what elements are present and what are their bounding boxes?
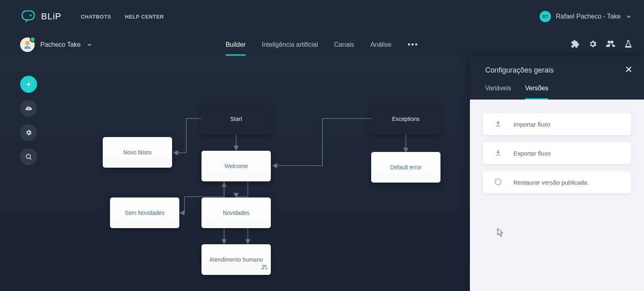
chevron-down-icon — [86, 42, 93, 48]
toolbar-right — [571, 39, 633, 50]
user-menu[interactable]: RT Rafael Pacheco - Take — [540, 11, 632, 22]
restore-version-button[interactable]: Restaurar versão publicada — [483, 171, 631, 193]
users-icon[interactable] — [606, 39, 615, 50]
node-label: Novidades — [223, 210, 249, 216]
tab-variables[interactable]: Variáveis — [485, 85, 511, 100]
nav-help-center[interactable]: HELP CENTER — [125, 14, 164, 20]
main-tabs: Builder Inteligência artificial Canais A… — [226, 33, 419, 56]
human-agent-icon — [261, 264, 268, 272]
flask-icon[interactable] — [624, 39, 633, 50]
avatar: RT — [540, 11, 551, 22]
bot-avatar — [20, 37, 35, 52]
node-label: Novo bloco — [123, 149, 152, 156]
action-label: Importar fluxo — [513, 121, 551, 128]
speech-bubble-icon — [20, 8, 36, 25]
bot-selector[interactable]: Pacheco Take — [20, 37, 93, 52]
flow-node-atendimento[interactable]: Atendimento humano — [202, 244, 271, 275]
gear-icon[interactable] — [588, 39, 597, 50]
panel-tabs: Variáveis Versões — [485, 85, 633, 100]
import-flow-button[interactable]: Importar fluxo — [483, 113, 631, 135]
tab-versions[interactable]: Versões — [525, 85, 548, 100]
flow-node-exceptions[interactable]: Exceptions — [371, 104, 440, 134]
node-label: Sem Novidades — [125, 210, 165, 216]
restore-icon — [494, 178, 502, 187]
more-menu-icon[interactable]: ••• — [407, 40, 418, 49]
top-nav: CHATBOTS HELP CENTER — [81, 14, 164, 20]
flow-node-sem-novidades[interactable]: Sem Novidades — [110, 197, 179, 228]
node-label: Exceptions — [392, 116, 420, 122]
bot-name: Pacheco Take — [40, 41, 81, 48]
brand-logo[interactable]: BLiP — [20, 8, 61, 25]
close-icon[interactable] — [625, 65, 633, 75]
action-label: Exportar fluxo — [513, 150, 551, 157]
svg-point-1 — [30, 15, 31, 16]
action-label: Restaurar versão publicada — [513, 179, 587, 186]
flow-node-novidades[interactable]: Novidades — [202, 197, 271, 228]
sub-header: Pacheco Take Builder Inteligência artifi… — [0, 33, 644, 56]
node-label: Default error — [390, 164, 422, 170]
flow-node-start[interactable]: Start — [202, 104, 271, 134]
top-header: BLiP CHATBOTS HELP CENTER RT Rafael Pach… — [0, 0, 644, 33]
flow-node-default-error[interactable]: Default error — [371, 152, 440, 183]
tab-channels[interactable]: Canais — [334, 33, 354, 56]
nav-chatbots[interactable]: CHATBOTS — [81, 14, 111, 20]
node-label: Start — [230, 116, 242, 122]
tab-ai[interactable]: Inteligência artificial — [262, 33, 318, 56]
settings-panel: Configurações gerais Variáveis Versões I… — [470, 56, 644, 291]
node-label: Atendimento humano — [209, 256, 263, 263]
upload-icon — [494, 120, 502, 129]
plugin-icon[interactable] — [571, 39, 580, 50]
user-name: Rafael Pacheco - Take — [556, 13, 621, 20]
panel-body: Importar fluxo Exportar fluxo Restaurar … — [470, 100, 644, 291]
panel-title: Configurações gerais — [485, 66, 554, 75]
svg-point-2 — [25, 41, 29, 45]
flow-node-novo-bloco[interactable]: Novo bloco — [103, 137, 172, 168]
chevron-down-icon — [625, 13, 632, 20]
tab-analysis[interactable]: Análise — [370, 33, 391, 56]
brand-text: BLiP — [41, 11, 61, 22]
export-flow-button[interactable]: Exportar fluxo — [483, 142, 631, 164]
svg-rect-0 — [22, 11, 34, 20]
flow-node-welcome[interactable]: Welcome — [202, 151, 271, 181]
tab-builder[interactable]: Builder — [226, 33, 246, 56]
node-label: Welcome — [224, 163, 248, 169]
download-icon — [494, 149, 502, 158]
panel-header: Configurações gerais Variáveis Versões — [470, 56, 644, 100]
